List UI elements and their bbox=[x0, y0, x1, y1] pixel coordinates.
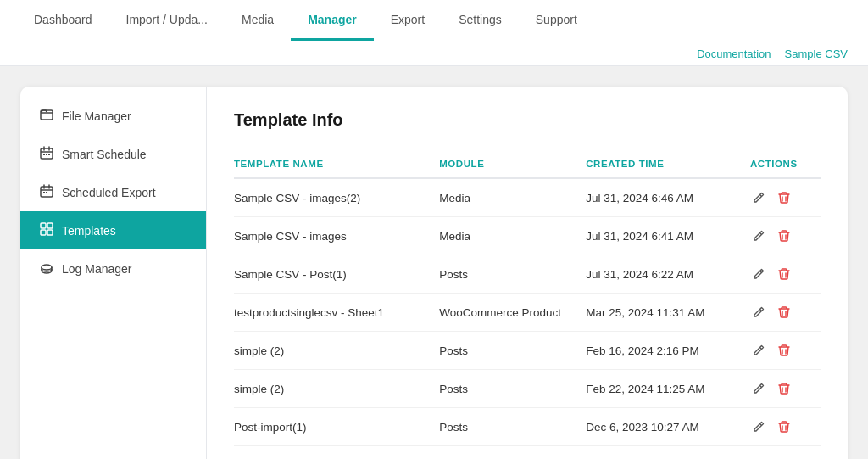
cell-created-time: Feb 16, 2024 2:16 PM bbox=[586, 332, 750, 370]
svg-rect-3 bbox=[46, 154, 47, 155]
delete-button[interactable] bbox=[776, 418, 793, 435]
cell-template-name: simple (2) bbox=[234, 370, 439, 408]
cell-template-name: simple (2) bbox=[234, 332, 439, 370]
smart-schedule-icon bbox=[40, 146, 53, 162]
cell-module: Posts bbox=[439, 408, 586, 446]
actions-container bbox=[750, 342, 810, 359]
sidebar-item-smart-schedule[interactable]: Smart Schedule bbox=[20, 135, 206, 173]
actions-container bbox=[750, 418, 810, 435]
table-row: Post1PostsDec 6, 2023 10:25 AM bbox=[234, 446, 821, 460]
sidebar-item-scheduled-export[interactable]: Scheduled Export bbox=[20, 173, 206, 211]
cell-module: Media bbox=[439, 217, 586, 255]
quick-links-bar: DocumentationSample CSV bbox=[0, 42, 868, 66]
content-card: File Manager Smart Schedule Scheduled Ex… bbox=[20, 87, 848, 459]
cell-template-name: Sample CSV - Post(1) bbox=[234, 255, 439, 294]
delete-button[interactable] bbox=[776, 189, 793, 206]
table-body: Sample CSV - images(2)MediaJul 31, 2024 … bbox=[234, 178, 821, 459]
svg-rect-8 bbox=[41, 223, 46, 228]
svg-rect-6 bbox=[43, 192, 45, 193]
template-table: Template Name Module Created Time Action… bbox=[234, 150, 821, 459]
cell-template-name: testproductsinglecsv - Sheet1 bbox=[234, 294, 439, 332]
cell-actions bbox=[750, 408, 821, 446]
sidebar-item-templates[interactable]: Templates bbox=[20, 211, 206, 249]
cell-template-name: Sample CSV - images bbox=[234, 217, 439, 255]
delete-button[interactable] bbox=[776, 380, 793, 397]
edit-button[interactable] bbox=[750, 266, 767, 283]
delete-button[interactable] bbox=[776, 342, 793, 359]
svg-rect-7 bbox=[46, 192, 47, 193]
nav-item-manager[interactable]: Manager bbox=[291, 1, 374, 41]
sidebar-item-label-log-manager: Log Manager bbox=[62, 262, 132, 276]
sidebar-item-file-manager[interactable]: File Manager bbox=[20, 97, 206, 135]
edit-button[interactable] bbox=[750, 227, 767, 244]
edit-button[interactable] bbox=[750, 342, 767, 359]
sidebar-item-log-manager[interactable]: Log Manager bbox=[20, 249, 206, 288]
nav-item-export[interactable]: Export bbox=[374, 1, 442, 41]
cell-actions bbox=[750, 217, 821, 255]
main-panel: Template Info Template Name Module Creat… bbox=[207, 87, 848, 459]
sidebar-item-label-templates: Templates bbox=[62, 224, 116, 238]
actions-container bbox=[750, 304, 810, 321]
col-header-actions: Actions bbox=[750, 150, 821, 178]
cell-actions bbox=[750, 255, 821, 294]
main-wrapper: File Manager Smart Schedule Scheduled Ex… bbox=[0, 66, 868, 459]
cell-created-time: Feb 22, 2024 11:25 AM bbox=[586, 370, 750, 408]
actions-container bbox=[750, 380, 810, 397]
delete-button[interactable] bbox=[776, 304, 793, 321]
svg-rect-2 bbox=[43, 154, 45, 155]
svg-point-12 bbox=[42, 265, 52, 270]
cell-template-name: Post1 bbox=[234, 446, 439, 460]
cell-template-name: Sample CSV - images(2) bbox=[234, 178, 439, 217]
cell-created-time: Dec 6, 2023 10:25 AM bbox=[586, 446, 750, 460]
nav-item-import---upda---[interactable]: Import / Upda... bbox=[109, 1, 225, 41]
svg-rect-10 bbox=[41, 230, 46, 235]
col-header-module: Module bbox=[439, 150, 586, 178]
svg-rect-9 bbox=[47, 223, 53, 228]
edit-button[interactable] bbox=[750, 304, 767, 321]
cell-created-time: Jul 31, 2024 6:41 AM bbox=[586, 217, 750, 255]
delete-button[interactable] bbox=[776, 266, 793, 283]
cell-created-time: Mar 25, 2024 11:31 AM bbox=[586, 294, 750, 332]
delete-button[interactable] bbox=[776, 227, 793, 244]
cell-module: Posts bbox=[439, 255, 586, 294]
table-row: Post-import(1)PostsDec 6, 2023 10:27 AM bbox=[234, 408, 821, 446]
cell-created-time: Dec 6, 2023 10:27 AM bbox=[586, 408, 750, 446]
nav-item-support[interactable]: Support bbox=[519, 1, 594, 41]
cell-module: WooCommerce Product bbox=[439, 294, 586, 332]
sidebar-item-label-scheduled-export: Scheduled Export bbox=[62, 186, 156, 199]
actions-container bbox=[750, 227, 810, 244]
nav-item-media[interactable]: Media bbox=[225, 1, 291, 41]
cell-actions bbox=[750, 370, 821, 408]
quick-link-sample-csv[interactable]: Sample CSV bbox=[785, 48, 848, 60]
cell-template-name: Post-import(1) bbox=[234, 408, 439, 446]
log-manager-icon bbox=[40, 260, 53, 277]
scheduled-export-icon bbox=[40, 184, 53, 200]
templates-icon bbox=[40, 222, 53, 238]
cell-actions bbox=[750, 332, 821, 370]
cell-module: Posts bbox=[439, 370, 586, 408]
cell-created-time: Jul 31, 2024 6:22 AM bbox=[586, 255, 750, 294]
nav-item-dashboard[interactable]: Dashboard bbox=[17, 1, 109, 41]
table-header: Template Name Module Created Time Action… bbox=[234, 150, 821, 178]
cell-actions bbox=[750, 446, 821, 460]
cell-module: Posts bbox=[439, 332, 586, 370]
edit-button[interactable] bbox=[750, 189, 767, 206]
table-row: simple (2)PostsFeb 22, 2024 11:25 AM bbox=[234, 370, 821, 408]
table-row: Sample CSV - imagesMediaJul 31, 2024 6:4… bbox=[234, 217, 821, 255]
svg-rect-4 bbox=[48, 154, 50, 155]
edit-button[interactable] bbox=[750, 418, 767, 435]
nav-items: DashboardImport / Upda...MediaManagerExp… bbox=[17, 1, 851, 41]
quick-link-documentation[interactable]: Documentation bbox=[697, 48, 771, 60]
edit-button[interactable] bbox=[750, 380, 767, 397]
template-table-wrapper: Template Name Module Created Time Action… bbox=[234, 150, 821, 459]
actions-container bbox=[750, 266, 810, 283]
cell-actions bbox=[750, 294, 821, 332]
col-header-created: Created Time bbox=[586, 150, 750, 178]
table-row: Sample CSV - images(2)MediaJul 31, 2024 … bbox=[234, 178, 821, 217]
panel-title: Template Info bbox=[234, 110, 821, 130]
top-navigation: DashboardImport / Upda...MediaManagerExp… bbox=[0, 0, 868, 42]
cell-module: Media bbox=[439, 178, 586, 217]
nav-item-settings[interactable]: Settings bbox=[442, 1, 519, 41]
sidebar-item-label-file-manager: File Manager bbox=[62, 109, 131, 123]
cell-created-time: Jul 31, 2024 6:46 AM bbox=[586, 178, 750, 217]
